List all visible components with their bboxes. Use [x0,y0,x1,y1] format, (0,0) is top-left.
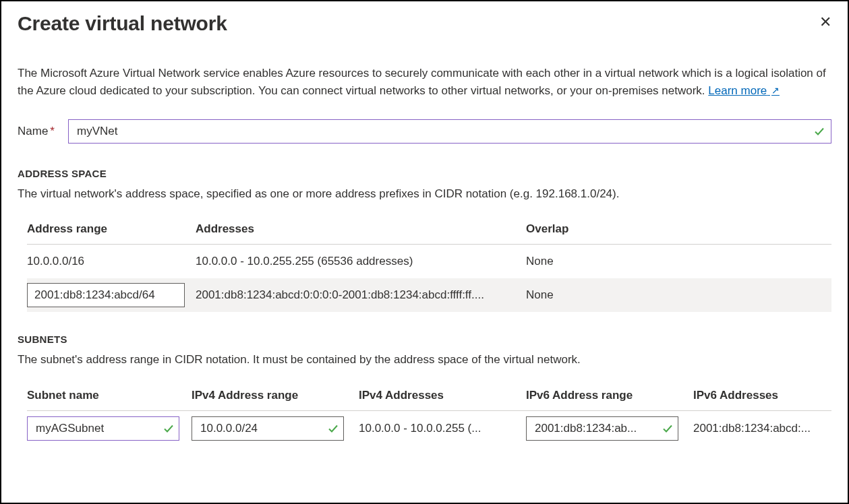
close-icon[interactable]: ✕ [819,12,831,30]
col-overlap: Overlap [526,222,831,236]
subnet-row: 10.0.0.0 - 10.0.0.255 (... 2001:db8:1234… [27,411,831,441]
addresses-value: 2001:db8:1234:abcd:0:0:0:0-2001:db8:1234… [196,288,526,302]
col-subnet-name: Subnet name [27,389,192,402]
address-space-heading: ADDRESS SPACE [18,168,831,179]
learn-more-link[interactable]: Learn more ↗ [708,84,780,97]
page-title: Create virtual network [18,12,227,35]
ipv4-range-input[interactable] [192,416,344,441]
subnets-header-row: Subnet name IPv4 Address range IPv4 Addr… [27,386,831,411]
subnet-name-input[interactable] [27,416,179,441]
subnets-desc: The subnet's address range in CIDR notat… [18,352,831,369]
addresses-value: 10.0.0.0 - 10.0.255.255 (65536 addresses… [196,255,526,268]
address-space-header-row: Address range Addresses Overlap [27,220,831,245]
ipv6-addresses-value: 2001:db8:1234:abcd:... [693,422,831,435]
address-range-value: 10.0.0.0/16 [27,255,196,268]
ipv4-addresses-value: 10.0.0.0 - 10.0.0.255 (... [359,422,526,435]
learn-more-label: Learn more [708,84,767,97]
col-ipv6-range: IPv6 Address range [526,389,693,402]
address-range-input[interactable] [27,283,185,307]
required-asterisk: * [50,125,55,137]
ipv6-range-input[interactable] [526,416,678,441]
address-space-row: 10.0.0.0/16 10.0.0.0 - 10.0.255.255 (655… [27,245,831,278]
col-addresses: Addresses [196,222,526,236]
col-ipv4-range: IPv4 Address range [192,389,359,402]
overlap-value: None [526,288,831,302]
name-input[interactable] [68,119,831,144]
col-ipv6-addresses: IPv6 Addresses [693,389,831,402]
intro-paragraph: The Microsoft Azure Virtual Network serv… [18,65,831,100]
address-space-desc: The virtual network's address space, spe… [18,186,831,203]
external-link-icon: ↗ [771,85,780,96]
address-space-row: 2001:db8:1234:abcd:0:0:0:0-2001:db8:1234… [27,278,831,312]
address-space-table: Address range Addresses Overlap 10.0.0.0… [27,220,831,312]
subnets-table: Subnet name IPv4 Address range IPv4 Addr… [27,386,831,441]
overlap-value: None [526,255,831,268]
col-address-range: Address range [27,222,196,236]
intro-text: The Microsoft Azure Virtual Network serv… [18,67,826,97]
col-ipv4-addresses: IPv4 Addresses [359,389,526,402]
name-label: Name* [18,125,55,138]
name-label-text: Name [18,125,48,137]
subnets-heading: SUBNETS [18,334,831,345]
